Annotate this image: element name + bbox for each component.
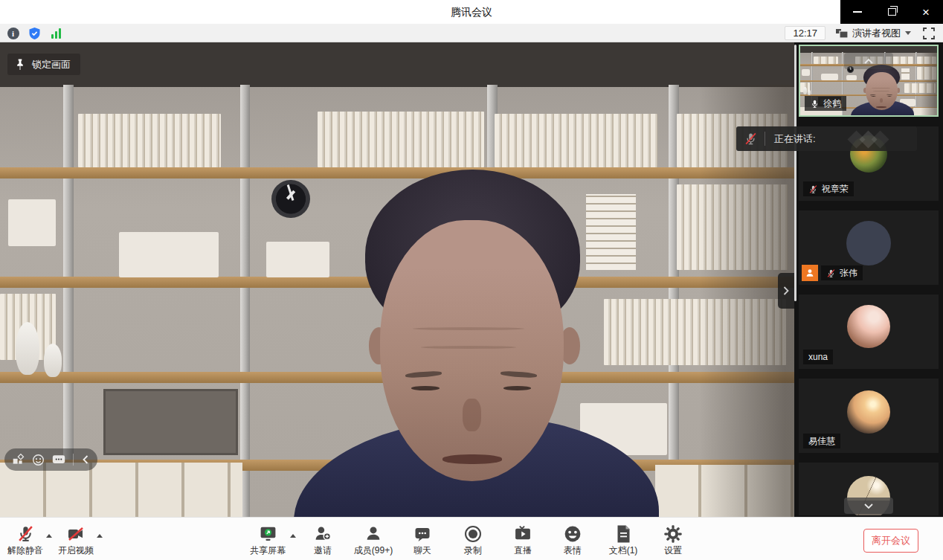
mic-options-caret[interactable]	[46, 534, 52, 538]
meeting-timer: 12:17	[785, 26, 825, 40]
window-title: 腾讯会议	[0, 0, 943, 24]
chat-dots-icon[interactable]	[52, 454, 65, 466]
scroll-up-button[interactable]	[844, 53, 893, 69]
camera-off-icon	[66, 525, 86, 543]
live-stream-button[interactable]: 直播	[496, 518, 550, 560]
grid-layout-icon[interactable]	[12, 454, 25, 466]
chat-icon	[413, 525, 432, 543]
window-controls: ×	[840, 0, 943, 24]
document-icon	[614, 524, 632, 544]
sidebar-scrollbar[interactable]	[794, 45, 796, 301]
avatar	[846, 221, 891, 265]
close-button[interactable]: ×	[909, 0, 943, 24]
settings-gear-icon	[663, 524, 683, 544]
start-video-button[interactable]: 开启视频	[54, 518, 98, 560]
host-badge-icon	[802, 265, 818, 281]
title-bar: 腾讯会议	[0, 0, 943, 24]
participant-tile-zhangwei[interactable]: 张伟	[799, 210, 939, 285]
video-options-caret[interactable]	[97, 534, 103, 538]
video-feed	[0, 42, 794, 517]
pin-label: 锁定画面	[32, 58, 71, 71]
chevron-down-icon	[905, 31, 911, 35]
participant-name: 徐鹤	[823, 97, 841, 110]
invite-button[interactable]: 邀请	[296, 518, 350, 560]
chevron-up-icon	[863, 58, 874, 65]
emoji-button[interactable]: 表情	[546, 518, 599, 560]
participant-tile-xuhe[interactable]: 徐鹤	[799, 45, 939, 117]
emoji-icon	[563, 524, 582, 544]
meeting-header-bar: i 12:17 演讲者视图	[0, 24, 943, 42]
layout-icon	[836, 28, 848, 39]
close-icon: ×	[922, 6, 930, 19]
share-screen-icon	[258, 524, 278, 543]
collapse-sidebar-button[interactable]	[778, 273, 794, 309]
minimize-button[interactable]	[840, 0, 875, 24]
restore-button[interactable]	[875, 0, 909, 24]
share-screen-button[interactable]: 共享屏幕	[241, 518, 295, 560]
mic-on-icon	[810, 99, 820, 109]
unmute-button[interactable]: 解除静音	[4, 518, 46, 560]
logo-watermark	[847, 129, 892, 149]
chevron-left-icon[interactable]	[81, 454, 90, 465]
documents-button[interactable]: 文档(1)	[595, 518, 651, 560]
record-icon	[463, 524, 483, 544]
scroll-down-button[interactable]	[844, 498, 893, 514]
bottom-toolbar: 解除静音 开启视频 共享屏幕	[0, 517, 943, 560]
settings-button[interactable]: 设置	[646, 518, 700, 560]
pin-video-button[interactable]: 锁定画面	[7, 54, 80, 75]
smiley-icon[interactable]	[32, 454, 45, 466]
participants-sidebar: 徐鹤 祝章荣	[794, 42, 943, 517]
minimize-icon	[853, 11, 862, 13]
participant-tile-xuna[interactable]: xuna	[799, 295, 939, 369]
members-button[interactable]: 成员(99+)	[344, 518, 403, 560]
live-icon	[513, 524, 532, 543]
leave-meeting-button[interactable]: 离开会议	[863, 529, 918, 553]
mic-muted-icon	[744, 132, 758, 146]
fullscreen-icon	[922, 27, 936, 40]
main-video[interactable]: 锁定画面	[0, 42, 794, 517]
network-signal-icon[interactable]	[49, 26, 63, 40]
fullscreen-button[interactable]	[921, 26, 936, 40]
participant-tile-yijiahui[interactable]: 易佳慧	[799, 379, 939, 453]
share-options-caret[interactable]	[290, 534, 296, 538]
participant-name: 张伟	[840, 267, 857, 280]
view-mode-button[interactable]: 演讲者视图	[836, 27, 911, 40]
participant-name: 祝章荣	[822, 183, 849, 196]
avatar	[847, 305, 890, 348]
tencent-meeting-window: 腾讯会议 × i 12:17	[0, 0, 943, 560]
security-shield-icon[interactable]	[28, 26, 42, 40]
invite-icon	[313, 524, 332, 543]
speaking-banner: 正在讲话:	[736, 126, 917, 151]
chevron-right-icon	[782, 286, 790, 296]
chevron-down-icon	[863, 503, 874, 509]
participant-name: 易佳慧	[808, 435, 835, 448]
mic-muted-icon	[16, 524, 35, 543]
mic-muted-icon	[808, 184, 818, 194]
participant-name: xuna	[808, 352, 828, 362]
speaking-banner-label: 正在讲话:	[774, 132, 816, 146]
mic-muted-icon	[826, 268, 836, 278]
pin-icon	[15, 58, 25, 71]
restore-icon	[888, 8, 896, 16]
members-icon	[364, 524, 383, 543]
view-mode-label: 演讲者视图	[852, 27, 901, 40]
record-button[interactable]: 录制	[446, 518, 500, 560]
meeting-info-icon[interactable]: i	[6, 26, 20, 40]
video-quick-toolbar	[4, 448, 97, 471]
avatar	[847, 390, 890, 434]
chat-button[interactable]: 聊天	[396, 518, 449, 560]
